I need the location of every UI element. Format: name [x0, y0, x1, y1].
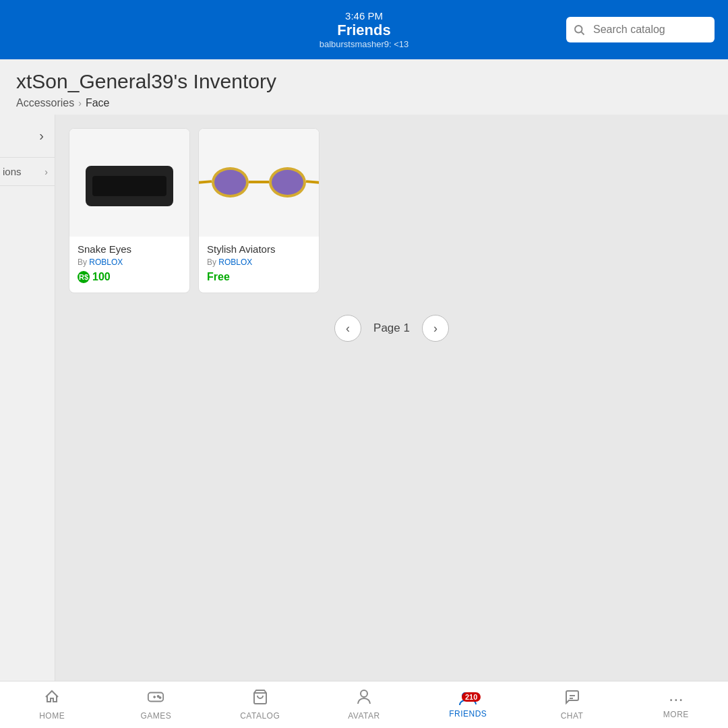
item-info-snake-eyes: Snake Eyes By ROBLOX R$ 100	[69, 237, 189, 293]
svg-line-1	[581, 32, 584, 34]
item-card-snake-eyes[interactable]: Snake Eyes By ROBLOX R$ 100	[69, 128, 190, 293]
header-subtitle: balburstsmasher9: <13	[320, 39, 409, 49]
nav-item-games[interactable]: GAMES	[104, 684, 208, 726]
robux-icon-snake-eyes: R$	[78, 271, 90, 283]
svg-point-5	[158, 696, 159, 697]
bridge	[249, 181, 269, 183]
item-info-aviators: Stylish Aviators By ROBLOX Free	[199, 237, 319, 293]
games-icon	[147, 689, 164, 709]
header-time: 3:46 PM	[320, 10, 409, 22]
search-wrapper	[566, 17, 715, 42]
more-icon: ···	[669, 690, 684, 708]
search-icon	[573, 24, 585, 36]
nav-label-catalog: CATALOG	[240, 711, 280, 721]
item-price-value-aviators: Free	[207, 271, 230, 283]
breadcrumb: Accessories › Face	[16, 97, 712, 109]
sidebar-item-label: ions	[0, 166, 22, 177]
svg-point-0	[575, 26, 582, 33]
nav-label-home: HOME	[39, 711, 65, 721]
nav-label-games: GAMES	[141, 711, 172, 721]
items-grid: Snake Eyes By ROBLOX R$ 100	[69, 128, 715, 293]
page-title-bar: xtSon_General39's Inventory Accessories …	[0, 59, 728, 115]
breadcrumb-parent[interactable]: Accessories	[16, 97, 74, 109]
friends-badge: 210	[462, 692, 481, 702]
item-by-snake-eyes: By ROBLOX	[78, 257, 181, 267]
lens-right	[269, 167, 306, 198]
lens-left	[212, 167, 249, 198]
sidebar-item-collections[interactable]: ions ›	[0, 158, 55, 186]
nav-item-more[interactable]: ··· MORE	[624, 685, 728, 725]
svg-point-8	[361, 690, 367, 697]
item-creator-aviators[interactable]: ROBLOX	[218, 257, 252, 267]
nav-label-chat: CHAT	[561, 711, 584, 721]
item-by-aviators: By ROBLOX	[207, 257, 311, 267]
item-price-snake-eyes: R$ 100	[78, 271, 181, 283]
item-image-aviators	[199, 129, 319, 237]
sidebar: › ions ›	[0, 115, 55, 728]
prev-page-button[interactable]: ‹	[334, 315, 361, 342]
item-price-value-snake-eyes: 100	[92, 271, 111, 283]
page-label: Page 1	[367, 322, 417, 335]
items-area: Snake Eyes By ROBLOX R$ 100	[55, 115, 728, 728]
bottom-nav: HOME GAMES CATALOG	[0, 681, 728, 728]
header-center: 3:46 PM Friends balburstsmasher9: <13	[320, 10, 409, 49]
chevron-right-icon: ›	[39, 128, 44, 144]
nav-item-chat[interactable]: CHAT	[520, 684, 624, 726]
nav-item-home[interactable]: HOME	[0, 684, 104, 726]
nav-label-avatar: AVATAR	[348, 711, 380, 721]
nav-label-friends: FRIENDS	[449, 709, 487, 719]
main-layout: › ions › Snake Eyes By ROBLOX	[0, 115, 728, 728]
item-card-aviators[interactable]: Stylish Aviators By ROBLOX Free	[198, 128, 320, 293]
svg-point-6	[160, 697, 161, 698]
chat-icon	[564, 689, 580, 709]
sidebar-toggle[interactable]: ›	[0, 115, 55, 158]
friends-icon-wrap: 210	[459, 691, 477, 707]
temple-right	[306, 180, 319, 184]
page-title: xtSon_General39's Inventory	[16, 70, 712, 93]
item-image-snake-eyes	[69, 129, 189, 237]
aviators-visual	[212, 159, 306, 206]
nav-item-friends[interactable]: 210 FRIENDS	[416, 686, 520, 724]
pagination: ‹ Page 1 ›	[69, 315, 715, 342]
breadcrumb-current: Face	[86, 97, 110, 109]
nav-label-more: MORE	[663, 710, 689, 719]
avatar-icon	[357, 689, 371, 709]
home-icon	[44, 689, 60, 709]
nav-item-avatar[interactable]: AVATAR	[312, 684, 416, 726]
snake-eyes-visual	[86, 152, 173, 213]
search-input[interactable]	[566, 17, 715, 42]
catalog-icon	[252, 689, 268, 709]
header-title: Friends	[320, 22, 409, 39]
breadcrumb-chevron-icon: ›	[78, 98, 82, 109]
item-price-aviators: Free	[207, 271, 311, 283]
header: 3:46 PM Friends balburstsmasher9: <13	[0, 0, 728, 59]
sidebar-item-chevron-icon: ›	[44, 166, 48, 177]
next-page-button[interactable]: ›	[422, 315, 449, 342]
item-name-aviators: Stylish Aviators	[207, 243, 311, 255]
snake-eyes-visor	[92, 176, 166, 196]
item-name-snake-eyes: Snake Eyes	[78, 243, 181, 255]
item-creator-snake-eyes[interactable]: ROBLOX	[89, 257, 123, 267]
temple-left	[199, 180, 212, 184]
nav-item-catalog[interactable]: CATALOG	[208, 684, 312, 726]
